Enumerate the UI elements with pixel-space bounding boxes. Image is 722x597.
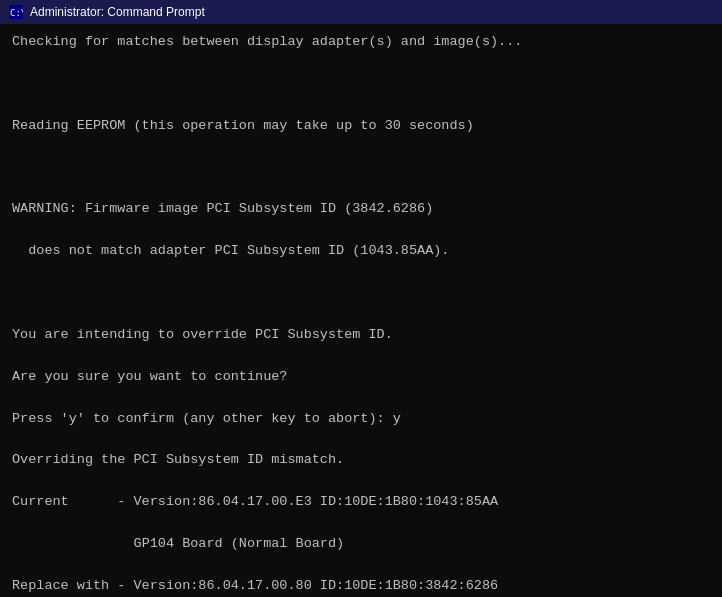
title-bar: C:\ Administrator: Command Prompt (0, 0, 722, 24)
terminal-line (12, 158, 710, 179)
window: C:\ Administrator: Command Prompt Checki… (0, 0, 722, 597)
cmd-icon: C:\ (8, 4, 24, 20)
terminal-line: Replace with - Version:86.04.17.00.80 ID… (12, 576, 710, 597)
terminal-output: Checking for matches between display ada… (12, 32, 710, 597)
terminal-line: Reading EEPROM (this operation may take … (12, 116, 710, 137)
svg-text:C:\: C:\ (10, 8, 23, 18)
terminal[interactable]: Checking for matches between display ada… (0, 24, 722, 597)
terminal-line: You are intending to override PCI Subsys… (12, 325, 710, 346)
terminal-line: Press 'y' to confirm (any other key to a… (12, 409, 710, 430)
terminal-line: Overriding the PCI Subsystem ID mismatch… (12, 450, 710, 471)
terminal-line (12, 74, 710, 95)
terminal-line: GP104 Board (Normal Board) (12, 534, 710, 555)
terminal-line: Are you sure you want to continue? (12, 367, 710, 388)
terminal-line: Current - Version:86.04.17.00.E3 ID:10DE… (12, 492, 710, 513)
terminal-line (12, 283, 710, 304)
terminal-line: Checking for matches between display ada… (12, 32, 710, 53)
terminal-line: does not match adapter PCI Subsystem ID … (12, 241, 710, 262)
title-bar-text: Administrator: Command Prompt (30, 5, 714, 19)
terminal-line: WARNING: Firmware image PCI Subsystem ID… (12, 199, 710, 220)
